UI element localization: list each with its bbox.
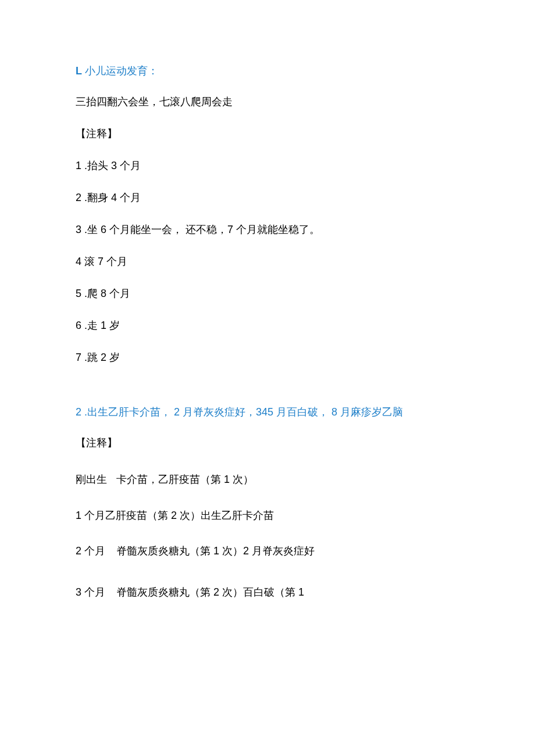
section1-item-5: 5 .爬 8 个月 [76, 286, 459, 302]
table-cell-right: 脊髓灰质炎糖丸（第 1 次）2 月脊灰炎症好 [116, 540, 315, 563]
table-cell-right: 卡介苗，乙肝疫苗（第 1 次） [116, 468, 254, 492]
table-row: 刚出生 卡介苗，乙肝疫苗（第 1 次） [76, 467, 459, 492]
section1-item-4: 4 滚 7 个月 [76, 254, 459, 270]
section1-heading: L 小儿运动发育： [76, 64, 459, 78]
section2-note-label: 【注释】 [76, 435, 459, 451]
section1-item-1: 1 .抬头 3 个月 [76, 158, 459, 174]
section1-mnemonic: 三抬四翻六会坐，七滚八爬周会走 [76, 94, 459, 110]
section1-item-2: 2 .翻身 4 个月 [76, 190, 459, 206]
section1-item-3: 3 .坐 6 个月能坐一会， 还不稳，7 个月就能坐稳了。 [76, 222, 459, 238]
section2-heading: 2 .出生乙肝卡介苗， 2 月脊灰炎症好，345 月百白破， 8 月麻疹岁乙脑 [76, 405, 459, 419]
document-page: L 小儿运动发育： 三抬四翻六会坐，七滚八爬周会走 【注释】 1 .抬头 3 个… [0, 0, 535, 640]
section1-item-7: 7 .跳 2 岁 [76, 350, 459, 366]
table-row: 3 个月 脊髓灰质炎糖丸（第 2 次）百白破（第 1 [76, 580, 459, 605]
table-row: 2 个月 脊髓灰质炎糖丸（第 1 次）2 月脊灰炎症好 [76, 539, 459, 564]
table-cell-full: 1 个月乙肝疫苗（第 2 次）出生乙肝卡介苗 [76, 508, 274, 522]
section1-item-6: 6 .走 1 岁 [76, 318, 459, 334]
table-cell-left: 2 个月 [76, 539, 116, 564]
section1-note-label: 【注释】 [76, 126, 459, 142]
table-row: 1 个月乙肝疫苗（第 2 次）出生乙肝卡介苗 [76, 508, 459, 522]
section1-heading-lead: L [76, 65, 82, 77]
section2-table: 刚出生 卡介苗，乙肝疫苗（第 1 次） 1 个月乙肝疫苗（第 2 次）出生乙肝卡… [76, 467, 459, 605]
table-cell-right: 脊髓灰质炎糖丸（第 2 次）百白破（第 1 [116, 581, 304, 604]
table-cell-left: 3 个月 [76, 580, 116, 605]
table-cell-left: 刚出生 [76, 467, 116, 492]
section1-heading-rest: 小儿运动发育： [82, 65, 158, 77]
